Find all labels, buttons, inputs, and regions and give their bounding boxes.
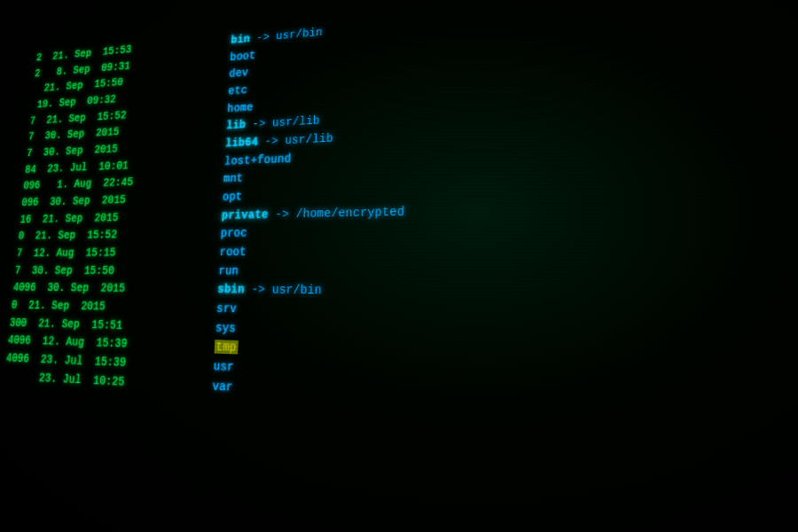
content-wrapper: 2 21. Sep 15:53 2 8. Sep 09:31 21. Sep 1…	[12, 0, 798, 532]
terminal-content: 2 21. Sep 15:53 2 8. Sep 09:31 21. Sep 1…	[0, 0, 798, 454]
tmp-highlight: tmp	[215, 340, 239, 355]
left-row: 0 21. Sep 15:52	[18, 225, 207, 246]
terminal-screen: 2 21. Sep 15:53 2 8. Sep 09:31 21. Sep 1…	[0, 0, 798, 532]
right-column: bin -> usr/bin boot dev etc home lib -> …	[196, 0, 655, 419]
left-row: 7 12. Aug 15:15	[16, 243, 205, 262]
dir-entry-root: root	[219, 239, 648, 262]
left-row: 7 30. Sep 15:50	[14, 262, 204, 280]
left-column: 2 21. Sep 15:53 2 8. Sep 09:31 21. Sep 1…	[4, 34, 217, 395]
dir-entry-run: run	[218, 261, 649, 283]
